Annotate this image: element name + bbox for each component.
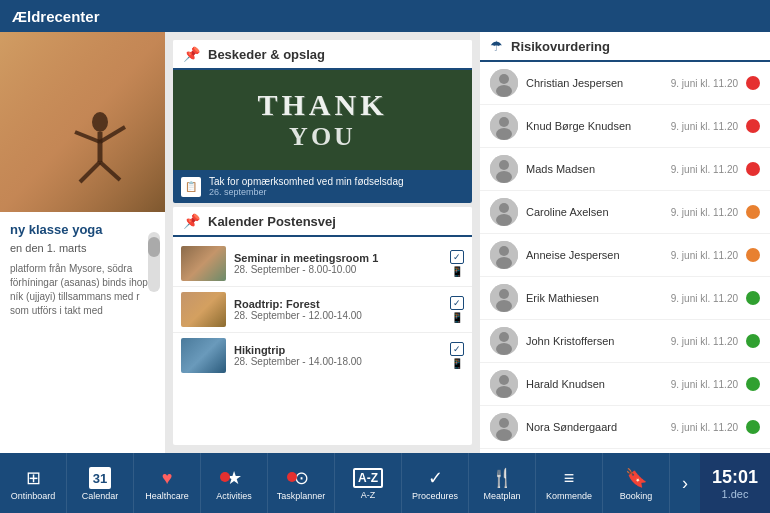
nav-arrow[interactable]: › [670,453,700,513]
message-image[interactable]: THANK YOU [173,70,472,170]
ontinboard-icon: ⊞ [26,467,41,489]
clock-time: 15:01 [712,467,758,488]
risk-indicator-3 [746,205,760,219]
messages-title: Beskeder & opslag [208,47,325,62]
cal-device-3: 📱 [451,358,463,369]
risk-title: Risikovurdering [511,39,610,54]
svg-point-2 [92,112,108,132]
thank-you-line1: THANK [257,88,387,122]
nav-item-calendar[interactable]: 31 Calendar [67,453,134,513]
risk-name-7: Harald Knudsen [526,378,671,390]
taskplanner-badge [287,472,297,482]
nav-item-ontinboard[interactable]: ⊞ Ontinboard [0,453,67,513]
risk-item-7[interactable]: Harald Knudsen 9. juni kl. 11.20 [480,363,770,406]
risk-avatar-2 [490,155,518,183]
cal-item-title-3: Hikingtrip [234,344,450,356]
risk-avatar-6 [490,327,518,355]
svg-point-15 [499,160,509,170]
risk-name-3: Caroline Axelsen [526,206,671,218]
calendar-items: Seminar in meetingsroom 1 28. September … [173,237,472,382]
cal-thumb-2 [181,292,226,327]
risk-item-6[interactable]: John Kristoffersen 9. juni kl. 11.20 [480,320,770,363]
nav-item-healthcare[interactable]: ♥ Healthcare [134,453,201,513]
calendar-section: 📌 Kalender Postensvej Seminar in meeting… [173,207,472,445]
message-caption-date: 26. september [209,187,404,197]
svg-rect-1 [0,32,165,212]
nav-label-meatplan: Meatplan [483,491,520,501]
main-content: ny klasse yoga en den 1. marts platform … [0,32,770,453]
messages-section: 📌 Beskeder & opslag THANK YOU 📋 Tak for … [173,40,472,203]
risk-name-1: Knud Børge Knudsen [526,120,671,132]
nav-item-procedures[interactable]: ✓ Procedures [402,453,469,513]
risk-name-5: Erik Mathiesen [526,292,671,304]
nav-item-booking[interactable]: 🔖 Booking [603,453,670,513]
svg-point-33 [499,418,509,428]
nav-label-ontinboard: Ontinboard [11,491,56,501]
risk-item-1[interactable]: Knud Børge Knudsen 9. juni kl. 11.20 [480,105,770,148]
cal-checkbox-1[interactable]: ✓ [450,250,464,264]
nav-label-kommende: Kommende [546,491,592,501]
activities-icon-wrap: ★ [226,467,242,489]
cal-checkbox-2[interactable]: ✓ [450,296,464,310]
svg-point-27 [499,332,509,342]
clock-date: 1.dec [722,488,749,500]
nav-item-kommende[interactable]: ≡ Kommende [536,453,603,513]
message-caption-content: Tak for opmærksomhed ved min fødselsdag … [209,176,404,197]
nav-item-meatplan[interactable]: 🍴 Meatplan [469,453,536,513]
calendar-title: Kalender Postensvej [208,214,336,229]
app-title: Ældrecenter [12,8,100,25]
risk-item-2[interactable]: Mads Madsen 9. juni kl. 11.20 [480,148,770,191]
activity-subtitle: en den 1. marts [10,242,155,254]
calendar-item-2[interactable]: Roadtrip: Forest 28. September - 12.00-1… [173,287,472,333]
risk-time-8: 9. juni kl. 11.20 [671,422,738,433]
cal-item-date-1: 28. September - 8.00-10.00 [234,264,450,275]
activity-title: ny klasse yoga [10,222,155,237]
message-caption-text: Tak for opmærksomhed ved min fødselsdag [209,176,404,187]
risk-time-3: 9. juni kl. 11.20 [671,207,738,218]
svg-point-9 [499,74,509,84]
risk-indicator-8 [746,420,760,434]
risk-icon: ☂ [490,38,503,54]
calendar-nav-icon: 31 [89,467,111,489]
activity-image [0,32,165,212]
risk-time-7: 9. juni kl. 11.20 [671,379,738,390]
booking-icon: 🔖 [625,467,647,489]
app-header: Ældrecenter [0,0,770,32]
message-caption[interactable]: 📋 Tak for opmærksomhed ved min fødselsda… [173,170,472,203]
cal-checkbox-3[interactable]: ✓ [450,342,464,356]
nav-item-activities[interactable]: ★ Activities [201,453,268,513]
risk-indicator-5 [746,291,760,305]
nav-label-taskplanner: Taskplanner [277,491,326,501]
nav-item-taskplanner[interactable]: ⊙ Taskplanner [268,453,335,513]
risk-indicator-4 [746,248,760,262]
nav-label-calendar: Calendar [82,491,119,501]
risk-item-8[interactable]: Nora Søndergaard 9. juni kl. 11.20 [480,406,770,449]
risk-item-3[interactable]: Caroline Axelsen 9. juni kl. 11.20 [480,191,770,234]
risk-avatar-5 [490,284,518,312]
risk-item-5[interactable]: Erik Mathiesen 9. juni kl. 11.20 [480,277,770,320]
risk-name-4: Anneise Jespersen [526,249,671,261]
chalkboard: THANK YOU [173,70,472,170]
risk-item-4[interactable]: Anneise Jespersen 9. juni kl. 11.20 [480,234,770,277]
svg-point-24 [499,289,509,299]
svg-point-30 [499,375,509,385]
nav-item-az[interactable]: A-Z A-Z [335,453,402,513]
calendar-icon: 📌 [183,213,200,229]
left-panel-text: ny klasse yoga en den 1. marts platform … [0,212,165,328]
cal-item-icons-2: ✓ 📱 [450,296,464,323]
nav-label-az: A-Z [361,490,376,500]
risk-name-0: Christian Jespersen [526,77,671,89]
svg-point-12 [499,117,509,127]
svg-point-18 [499,203,509,213]
cal-device-2: 📱 [451,312,463,323]
risk-time-4: 9. juni kl. 11.20 [671,250,738,261]
nav-label-healthcare: Healthcare [145,491,189,501]
risk-indicator-0 [746,76,760,90]
calendar-item-1[interactable]: Seminar in meetingsroom 1 28. September … [173,241,472,287]
risk-indicator-1 [746,119,760,133]
risk-item-0[interactable]: Christian Jespersen 9. juni kl. 11.20 [480,62,770,105]
calendar-item-3[interactable]: Hikingtrip 28. September - 14.00-18.00 ✓… [173,333,472,378]
scroll-indicator[interactable] [148,232,160,292]
risk-header: ☂ Risikovurdering [480,32,770,62]
svg-point-19 [496,214,512,226]
